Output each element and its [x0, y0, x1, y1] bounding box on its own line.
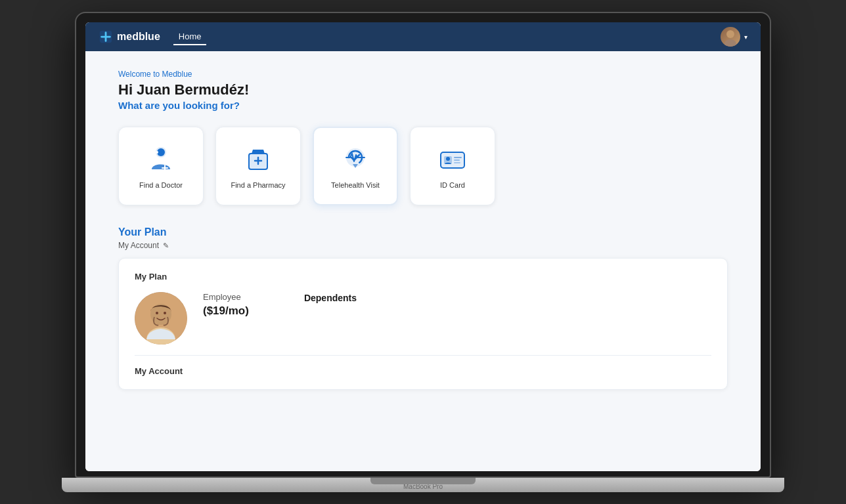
telehealth-label: Telehealth Visit: [331, 181, 380, 189]
my-account-link[interactable]: My Account: [118, 241, 159, 250]
id-card-label: ID Card: [440, 181, 465, 189]
dependents-section: Dependents: [304, 292, 357, 304]
topbar: medblue Home ▾: [85, 22, 761, 51]
macbook-base: MacBook Pro: [62, 478, 784, 492]
my-account-section-label: My Account: [135, 366, 711, 376]
greeting-text: Hi Juan Bermudéz!: [118, 81, 728, 98]
my-plan-label: My Plan: [135, 272, 711, 282]
topbar-right: ▾: [721, 27, 747, 47]
welcome-text: Welcome to Medblue: [118, 70, 728, 79]
id-card-card[interactable]: ID Card: [410, 127, 495, 205]
topbar-left: medblue Home: [99, 29, 206, 45]
telehealth-card[interactable]: Telehealth Visit: [313, 127, 398, 205]
svg-rect-13: [454, 157, 462, 158]
svg-point-12: [446, 157, 450, 161]
dependents-label: Dependents: [304, 293, 357, 303]
logo[interactable]: medblue: [99, 30, 160, 44]
plan-section-title: Your Plan: [118, 226, 728, 238]
pharmacy-icon: [242, 143, 274, 175]
plan-section: Your Plan My Account ✎ My Plan: [118, 226, 728, 390]
find-pharmacy-label: Find a Pharmacy: [231, 181, 285, 189]
macbook-screen: medblue Home ▾: [75, 12, 771, 478]
action-cards-row: Find a Doctor Find a Pharmacy: [118, 127, 728, 205]
svg-rect-14: [454, 159, 460, 161]
user-avatar[interactable]: [721, 27, 740, 47]
plan-body: Employee ($19/mo) Dependents: [135, 292, 711, 345]
id-card-icon: [437, 143, 468, 175]
macbook-notch: [370, 478, 476, 484]
main-content: Welcome to Medblue Hi Juan Bermudéz! Wha…: [85, 51, 761, 471]
find-doctor-label: Find a Doctor: [139, 181, 183, 189]
svg-rect-15: [454, 162, 460, 163]
welcome-section: Welcome to Medblue Hi Juan Bermudéz! Wha…: [118, 70, 728, 111]
doctor-icon: [145, 143, 177, 175]
plan-avatar: [135, 292, 187, 345]
svg-point-19: [156, 312, 158, 314]
my-account-row: My Account ✎: [118, 241, 728, 250]
nav-home[interactable]: Home: [173, 29, 207, 45]
telehealth-icon: [340, 143, 371, 175]
svg-point-1: [726, 30, 734, 38]
logo-text: medblue: [117, 31, 160, 43]
monthly-rate: ($19/mo): [203, 304, 249, 318]
edit-icon[interactable]: ✎: [163, 242, 169, 250]
svg-point-20: [164, 312, 166, 314]
screen-inner: medblue Home ▾: [85, 22, 761, 471]
svg-point-2: [724, 39, 736, 47]
svg-point-5: [156, 151, 158, 154]
plan-info: Employee ($19/mo): [203, 292, 249, 318]
macbook-wrapper: medblue Home ▾: [62, 12, 784, 492]
find-doctor-card[interactable]: Find a Doctor: [118, 127, 204, 205]
medblue-logo-icon: [99, 30, 113, 44]
plan-card: My Plan: [118, 258, 728, 390]
divider: [135, 355, 711, 356]
find-pharmacy-card[interactable]: Find a Pharmacy: [215, 127, 301, 205]
sub-greeting-text: What are you looking for?: [118, 100, 728, 111]
employee-type: Employee: [203, 292, 249, 302]
user-menu-chevron[interactable]: ▾: [744, 33, 747, 41]
